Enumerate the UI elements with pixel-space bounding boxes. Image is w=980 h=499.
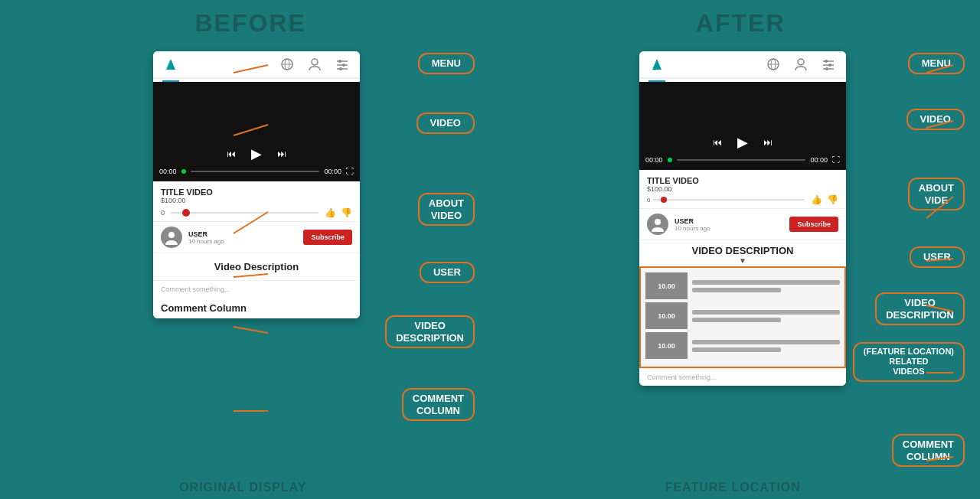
after-related-videos: 10.00 10.00 10.00 [639,266,846,368]
related-item-1: 10.00 [645,272,840,299]
svg-point-22 [825,60,828,63]
after-rating-slider [653,199,805,201]
after-comment-section: Comment something... [639,368,846,386]
after-user-info: USER 10 hours ago [675,217,789,232]
related-line-2a [692,310,840,315]
after-subscribe-button[interactable]: Subscribe [789,217,838,232]
after-forward-icon: ⏭ [763,137,773,148]
after-nav-bar [639,51,846,79]
related-thumb-2: 10.00 [645,302,688,329]
user-name: USER [188,230,303,238]
before-video-label: VIDEO [416,113,475,134]
related-line-1a [692,280,840,285]
svg-point-24 [828,64,831,67]
after-header-label: AFTER [696,9,786,38]
after-related-label: (FEATURE LOCATION)RELATEDVIDEOS [853,342,965,382]
svg-point-7 [342,64,345,67]
svg-line-31 [926,259,953,261]
before-nav-bar [153,51,360,79]
progress-bar [191,171,320,172]
after-globe-icon [766,57,780,71]
after-brand-icon [650,57,664,71]
after-user-avatar [647,214,668,235]
related-lines-2 [692,310,840,322]
video-desc-title: Video Description [161,261,352,272]
before-phone-mockup: ⏮ ▶ ⏭ 00:00 00:00 ⛶ TITLE VIDEO $100.00 … [153,51,360,318]
svg-point-10 [168,232,175,238]
before-about-label: ABOUTVIDEO [418,193,475,226]
after-thumbup-icon: 👍 [811,194,822,205]
after-desc-arrow: ▼ [647,256,838,265]
before-user-row: USER 10 hours ago Subscribe [153,221,360,253]
related-line-1b [692,288,781,292]
video-title: TITLE VIDEO [161,188,352,197]
forward-icon: ⏭ [277,148,286,159]
svg-point-3 [312,59,318,65]
after-user-time: 10 hours ago [675,225,789,232]
after-video-label: VIDEO [906,109,965,130]
svg-point-26 [825,67,828,70]
after-about-label: ABOUTVIDE [908,178,965,210]
svg-point-27 [655,219,661,225]
svg-line-34 [926,457,953,461]
related-item-2: 10.00 [645,302,840,329]
after-video-desc-title: VIDEO DESCRIPTION [647,245,838,256]
brand-icon [164,57,178,71]
after-video-description: VIDEO DESCRIPTION ▼ [639,240,846,266]
before-video-description: Video Description [153,253,360,280]
svg-point-5 [338,60,341,63]
before-header-label: BEFORE [195,9,306,38]
svg-line-32 [926,305,953,311]
related-lines-3 [692,340,840,352]
before-menu-label: MENU [418,53,475,74]
svg-line-29 [926,121,953,128]
after-section: ⏮ ▶ ⏭ 00:00 00:00 ⛶ TITLE VIDEO $100.00 … [490,44,972,470]
related-item-3: 10.00 [645,332,840,359]
related-lines-1 [692,280,840,292]
thumbdown-icon: 👎 [341,207,352,218]
after-rating-dot [661,197,667,203]
video-price: $100.00 [161,197,352,204]
sliders-icon [335,57,349,71]
rewind-icon: ⏮ [227,148,236,159]
after-time-start: 00:00 [645,156,663,164]
after-rewind-icon: ⏮ [713,137,722,148]
svg-point-20 [798,59,804,65]
after-live-dot [668,158,672,162]
after-user-row: USER 10 hours ago Subscribe [639,208,846,240]
after-progress-bar [677,159,806,161]
comment-placeholder: Comment something... [161,285,352,293]
before-comment-column: Comment Column [153,298,360,318]
svg-line-30 [926,197,953,218]
after-video-price: $100.00 [647,185,838,193]
related-line-2b [692,318,781,322]
after-person-icon [794,57,808,71]
after-sliders-icon [822,57,835,71]
after-videodesc-label: VIDEODESCRIPTION [875,292,965,325]
svg-line-15 [234,327,268,333]
related-thumb-1: 10.00 [645,272,688,299]
thumbup-icon: 👍 [325,207,336,218]
expand-icon: ⛶ [346,167,354,175]
after-footer-label: FEATURE LOCATION [665,481,801,494]
globe-icon [280,57,294,71]
before-about-video: TITLE VIDEO $100.00 0 👍 👎 [153,181,360,221]
after-phone-mockup: ⏮ ▶ ⏭ 00:00 00:00 ⛶ TITLE VIDEO $100.00 … [639,51,846,386]
after-commentcol-label: COMMENTCOLUMN [892,434,965,467]
before-comment-section: Comment something... [153,280,360,298]
rating-number: 0 [161,209,165,217]
live-dot [181,169,186,174]
time-end: 00:00 [324,168,341,175]
after-expand-icon: ⛶ [832,155,840,164]
before-footer-label: ORIGINAL DISPLAY [179,481,306,494]
user-avatar [161,227,182,248]
svg-line-28 [926,65,953,73]
subscribe-button[interactable]: Subscribe [303,230,352,245]
before-video-player: ⏮ ▶ ⏭ 00:00 00:00 ⛶ [153,82,360,181]
after-thumbdown-icon: 👎 [827,194,838,205]
after-comment-placeholder: Comment something... [647,373,838,381]
after-user-name: USER [675,217,789,225]
after-user-label: USER [910,246,965,268]
related-line-3b [692,347,781,352]
before-commentcol-label: COMMENTCOLUMN [402,388,475,421]
